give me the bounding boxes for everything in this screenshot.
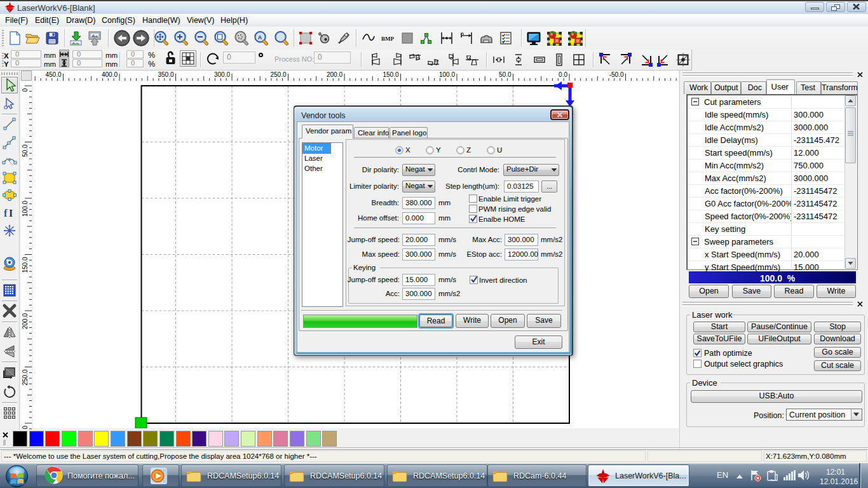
svg-text:100.0: 100.0 — [22, 201, 29, 217]
svg-text:400.0: 400.0 — [102, 71, 118, 78]
svg-text:f: f — [4, 208, 8, 219]
svg-text:100.0: 100.0 — [439, 71, 455, 78]
svg-text:0: 0 — [22, 88, 29, 92]
svg-text:300.0: 300.0 — [214, 71, 230, 78]
svg-text:BMP: BMP — [381, 36, 394, 42]
svg-text:I: I — [9, 208, 13, 219]
svg-text:0.0: 0.0 — [559, 71, 567, 78]
svg-text:-50.0: -50.0 — [609, 71, 624, 78]
svg-text:50.0: 50.0 — [22, 144, 29, 157]
svg-text:250.0: 250.0 — [270, 71, 286, 78]
svg-text:50.0: 50.0 — [499, 71, 512, 78]
svg-text:250.0: 250.0 — [22, 369, 29, 385]
svg-text:350.0: 350.0 — [158, 71, 173, 78]
svg-text:450.0: 450.0 — [45, 71, 61, 78]
svg-text:200.0: 200.0 — [22, 313, 29, 329]
svg-text:A: A — [258, 34, 262, 41]
svg-text:150.0: 150.0 — [22, 257, 29, 273]
svg-text:200.0: 200.0 — [327, 71, 342, 78]
svg-text:150.0: 150.0 — [383, 71, 398, 78]
